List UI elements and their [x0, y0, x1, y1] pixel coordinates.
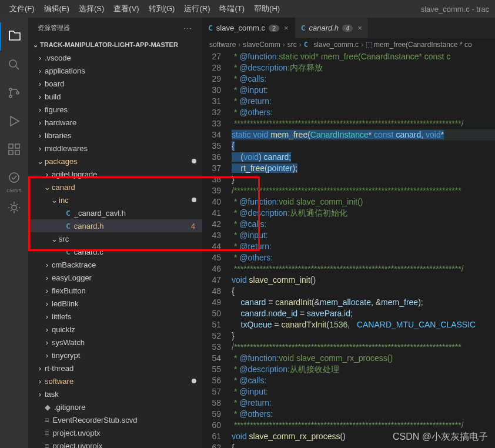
editor-tab[interactable]: Cslave_comm.c2× — [202, 18, 295, 38]
menu-item[interactable]: 运行(R) — [179, 2, 215, 15]
file-item[interactable]: ◆.gitignore — [28, 400, 202, 413]
chevron-right-icon: › — [42, 170, 52, 179]
code-line[interactable]: rt_free(pointer); — [232, 163, 495, 174]
breadcrumb-item[interactable]: C slave_comm.c — [304, 41, 359, 49]
folder-item[interactable]: ›agileUpgrade — [28, 168, 202, 180]
folder-item[interactable]: ›hardware — [28, 116, 202, 129]
folder-item[interactable]: ›sysWatch — [28, 336, 202, 349]
folder-item[interactable]: ›ledBlink — [28, 297, 202, 310]
code-lines[interactable]: * @function:static void* mem_free(Canard… — [232, 51, 495, 448]
folder-item[interactable]: ›software — [28, 375, 202, 387]
code-line[interactable]: * @function:void slave_comm_init() — [232, 196, 495, 208]
line-number: 47 — [202, 275, 221, 286]
code-line[interactable]: * @return: — [232, 397, 495, 409]
debug-alt-icon[interactable] — [0, 193, 28, 222]
folder-item[interactable]: ›build — [28, 90, 202, 103]
code-line[interactable]: * @calls: — [232, 375, 495, 386]
close-icon[interactable]: × — [284, 24, 289, 32]
more-icon[interactable]: ··· — [184, 25, 193, 32]
code-line[interactable]: * @input: — [232, 230, 495, 241]
search-icon[interactable] — [0, 51, 28, 79]
file-item[interactable]: ≡project.uvprojx — [28, 439, 202, 448]
code-line[interactable]: * @calls: — [232, 73, 495, 85]
code-line[interactable]: * @description:从机接收处理 — [232, 364, 495, 375]
code-line[interactable]: { — [232, 141, 495, 152]
menu-item[interactable]: 终端(T) — [215, 2, 249, 15]
code-line[interactable]: * @description:从机通信初始化 — [232, 208, 495, 219]
file-item[interactable]: Ccanard.h4 — [28, 219, 202, 232]
problems-badge: 4 — [191, 222, 195, 230]
code-line[interactable]: canard.node_id = savePara.id; — [232, 308, 495, 319]
code-line[interactable]: /***************************************… — [232, 342, 495, 353]
folder-item[interactable]: ›rt-thread — [28, 362, 202, 375]
folder-item[interactable]: ›flexButton — [28, 284, 202, 297]
menu-item[interactable]: 转到(G) — [144, 2, 180, 15]
menu-item[interactable]: 选择(S) — [74, 2, 109, 15]
folder-item[interactable]: ›board — [28, 77, 202, 90]
folder-item[interactable]: ›littlefs — [28, 310, 202, 323]
editor-tab[interactable]: Ccanard.h4× — [295, 18, 369, 38]
code-line[interactable]: * @description:内存释放 — [232, 62, 495, 73]
code-line[interactable]: * @calls: — [232, 219, 495, 230]
file-item[interactable]: ≡EventRecorderStub.scvd — [28, 413, 202, 426]
chevron-right-icon: › — [35, 131, 45, 140]
folder-item[interactable]: ›cmBacktrace — [28, 258, 202, 271]
project-header[interactable]: ⌄ TRACK-MANIPULATOR-LIGHT-APP-MASTER — [28, 38, 202, 51]
code-line[interactable]: * @others: — [232, 107, 495, 118]
folder-item[interactable]: ›.vscode — [28, 51, 202, 64]
folder-item[interactable]: ⌄packages — [28, 155, 202, 168]
code-line[interactable]: txQueue = canardTxInit(1536, CANARD_MTU_… — [232, 319, 495, 330]
folder-item[interactable]: ›task — [28, 387, 202, 400]
breadcrumb-item[interactable]: ⬚mem_free(CanardInstance * co — [366, 41, 472, 49]
folder-item[interactable]: ⌄inc — [28, 193, 202, 206]
breadcrumb-item[interactable]: slaveComm — [243, 41, 280, 49]
code-line[interactable]: * @return: — [232, 241, 495, 252]
menu-item[interactable]: 帮助(H) — [249, 2, 285, 15]
code-line[interactable]: * @function:void slave_comm_rx_process() — [232, 353, 495, 364]
explorer-icon[interactable] — [0, 22, 28, 51]
folder-item[interactable]: ›figures — [28, 103, 202, 116]
folder-item[interactable]: ›quicklz — [28, 323, 202, 336]
menu-item[interactable]: 编辑(E) — [39, 2, 74, 15]
folder-item[interactable]: ›middlewares — [28, 142, 202, 155]
breadcrumb-item[interactable]: software — [209, 41, 236, 49]
folder-item[interactable]: ›tinycrypt — [28, 349, 202, 362]
close-icon[interactable]: × — [357, 24, 362, 32]
breadcrumbs[interactable]: software›slaveComm›src›C slave_comm.c›⬚m… — [202, 38, 495, 51]
run-debug-icon[interactable] — [0, 107, 28, 135]
code-line[interactable]: ****************************************… — [232, 420, 495, 431]
code-line[interactable]: static void mem_free(CanardInstance* con… — [232, 129, 495, 141]
folder-item[interactable]: ⌄canard — [28, 180, 202, 193]
menu-item[interactable]: 文件(F) — [5, 2, 39, 15]
code-line[interactable]: { — [232, 286, 495, 297]
code-line[interactable]: * @function:static void* mem_free(Canard… — [232, 51, 495, 62]
code-line[interactable]: ****************************************… — [232, 263, 495, 275]
code-line[interactable]: canard = canardInit(&mem_allocate, &mem_… — [232, 297, 495, 308]
source-control-icon[interactable] — [0, 79, 28, 107]
code-line[interactable]: * @others: — [232, 252, 495, 263]
cmsis-icon[interactable] — [0, 163, 28, 192]
file-item[interactable]: Ccanard.c — [28, 245, 202, 258]
code-editor[interactable]: 2728293031323334353637383940414243444546… — [202, 51, 495, 448]
code-line[interactable]: /***************************************… — [232, 185, 495, 196]
code-line[interactable]: } — [232, 330, 495, 342]
folder-item[interactable]: ›libraries — [28, 129, 202, 142]
extensions-icon[interactable] — [0, 135, 28, 163]
tree-item-label: sysWatch — [52, 338, 202, 347]
folder-item[interactable]: ›easyLogger — [28, 271, 202, 284]
code-line[interactable]: ****************************************… — [232, 118, 495, 129]
code-line[interactable]: * @input: — [232, 386, 495, 397]
menu-item[interactable]: 查看(V) — [109, 2, 143, 15]
folder-item[interactable]: ⌄src — [28, 232, 202, 245]
code-line[interactable]: * @return: — [232, 96, 495, 107]
file-icon: ≡ — [45, 429, 49, 437]
breadcrumb-item[interactable]: src — [287, 41, 297, 49]
code-line[interactable]: void slave_comm_init() — [232, 275, 495, 286]
code-line[interactable]: } — [232, 174, 495, 185]
file-item[interactable]: ≡project.uvoptx — [28, 426, 202, 439]
folder-item[interactable]: ›applications — [28, 64, 202, 77]
code-line[interactable]: (void) canard; — [232, 152, 495, 163]
code-line[interactable]: * @others: — [232, 409, 495, 420]
file-item[interactable]: C_canard_cavl.h — [28, 206, 202, 219]
code-line[interactable]: * @input: — [232, 85, 495, 96]
